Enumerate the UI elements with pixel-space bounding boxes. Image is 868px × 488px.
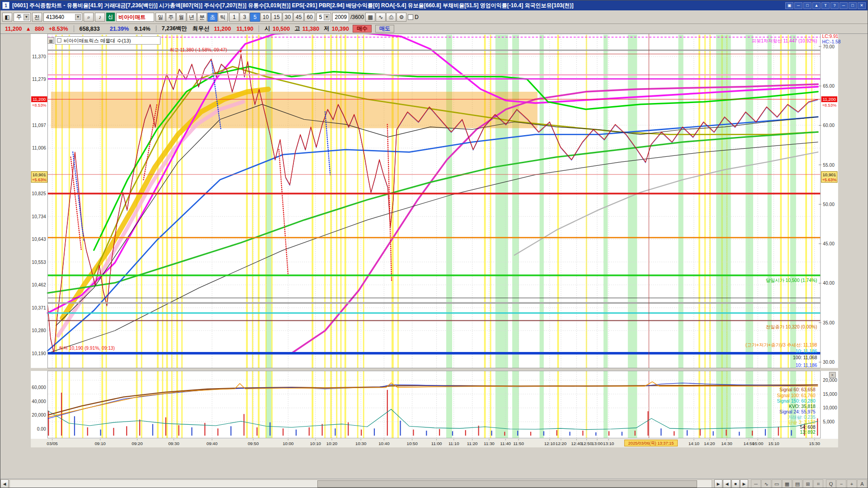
navbtns-▶[interactable]: ▶ bbox=[740, 479, 748, 488]
toolbtns-⌗[interactable]: ⌗ bbox=[813, 479, 823, 488]
chart-canvas[interactable]: 11,37011,27911,09711,00610,82510,73410,6… bbox=[0, 34, 868, 479]
volume-stripe-yellow bbox=[698, 35, 700, 438]
interval-combo-value: 5 bbox=[319, 14, 322, 20]
zoombtns-+[interactable]: + bbox=[847, 479, 857, 488]
intervals-60[interactable]: 60 bbox=[304, 13, 315, 22]
win-controls-T[interactable]: T bbox=[821, 2, 830, 9]
volume-bar bbox=[660, 428, 661, 436]
periods-분[interactable]: 분 bbox=[197, 13, 207, 22]
volume-bar bbox=[231, 426, 231, 436]
prev-day-button[interactable]: 전 bbox=[32, 13, 42, 22]
volume-bar bbox=[557, 430, 557, 436]
d-checkbox-label: D bbox=[415, 14, 419, 20]
navbtns-◀[interactable]: ◀ bbox=[723, 479, 731, 488]
volume-bar bbox=[517, 431, 518, 436]
win-controls-▲[interactable]: ▲ bbox=[812, 2, 821, 9]
navbtns-▶[interactable]: ▶ bbox=[714, 479, 722, 488]
chevron-down-icon[interactable]: ▼ bbox=[324, 14, 330, 20]
interval-combo[interactable]: 5▼ bbox=[316, 13, 331, 22]
volume-bar bbox=[113, 428, 114, 436]
periods-틱[interactable]: 틱 bbox=[218, 13, 228, 22]
ricons-▦[interactable]: ▦ bbox=[365, 13, 375, 22]
win-controls-✕[interactable]: ✕ bbox=[858, 2, 866, 9]
win-controls-□[interactable]: □ bbox=[849, 2, 857, 9]
intervals-30[interactable]: 30 bbox=[283, 13, 293, 22]
volume-bar bbox=[191, 427, 192, 436]
ricons-⚙[interactable]: ⚙ bbox=[396, 13, 406, 22]
time-axis-label: 11:50 bbox=[513, 441, 524, 446]
y-axis-tick: 10,190 bbox=[32, 351, 46, 356]
chevron-down-icon[interactable]: ▼ bbox=[75, 14, 81, 20]
hc-label: HC:-1.58 bbox=[822, 39, 841, 44]
toolbtns-─[interactable]: ─ bbox=[751, 479, 761, 488]
volume-bar bbox=[152, 424, 153, 436]
zoombtns-−[interactable]: − bbox=[836, 479, 846, 488]
intervals-10[interactable]: 10 bbox=[260, 13, 271, 22]
time-axis-label: 14:30 bbox=[721, 441, 732, 446]
chart-nav-buttons: ▶◀■▶ bbox=[714, 479, 748, 488]
chart-annotation: 피봇1차저항선 11,447 (10.92%) bbox=[752, 38, 817, 43]
time-axis-label: 09:40 bbox=[207, 441, 218, 446]
periods-년[interactable]: 년 bbox=[187, 13, 197, 22]
y-axis-tick: 10,643 bbox=[32, 237, 46, 242]
ricons-⎙[interactable]: ⎙ bbox=[386, 13, 396, 22]
sub-indicator-label: 54: 608 bbox=[800, 425, 816, 430]
toolbtns-▦[interactable]: ▦ bbox=[782, 479, 792, 488]
avg-price-value: 10,901 bbox=[33, 172, 46, 177]
periods-일[interactable]: 일 bbox=[156, 13, 165, 22]
volume-profile-band bbox=[51, 92, 538, 128]
toolbtns-▭[interactable]: ▭ bbox=[772, 479, 782, 488]
scrollbar-track[interactable] bbox=[9, 479, 712, 488]
volume: 658,833 bbox=[80, 26, 100, 32]
sub-left-tick: 40,000 bbox=[32, 399, 46, 404]
search-icon[interactable]: ⌕ bbox=[84, 13, 94, 22]
periods-주[interactable]: 주 bbox=[166, 13, 176, 22]
volume-bar bbox=[348, 422, 349, 436]
toolbtns-▤[interactable]: ▤ bbox=[793, 479, 802, 488]
chart-tool-icons: ─∿▭▦▤⊞⌗ bbox=[751, 479, 823, 488]
y-axis-tick: 11,097 bbox=[32, 123, 46, 128]
d-checkbox[interactable] bbox=[408, 14, 413, 20]
win-controls-▣[interactable]: ▣ bbox=[785, 2, 793, 9]
toolbtns-∿[interactable]: ∿ bbox=[761, 479, 771, 488]
volume-bar bbox=[374, 428, 375, 436]
win-controls-─[interactable]: ─ bbox=[794, 2, 802, 9]
win-controls-□[interactable]: □ bbox=[803, 2, 811, 9]
zoombtns-Q[interactable]: Q bbox=[826, 479, 836, 488]
pane-divider[interactable] bbox=[31, 368, 838, 371]
volume-bar bbox=[778, 427, 779, 436]
intervals-5[interactable]: 5 bbox=[250, 13, 260, 22]
chevron-down-icon[interactable]: ▼ bbox=[24, 14, 29, 20]
bar-count-field[interactable]: 2009 bbox=[332, 13, 349, 22]
win-controls-?[interactable]: ? bbox=[830, 2, 839, 9]
right-axis-tick: 45.00 bbox=[823, 241, 835, 246]
intervals-1[interactable]: 1 bbox=[229, 13, 239, 22]
volume-bar bbox=[530, 432, 531, 436]
zoombtns-A[interactable]: A bbox=[857, 479, 867, 488]
sound-icon[interactable]: ♪ bbox=[95, 13, 105, 22]
stock-type-combo[interactable]: 주▼ bbox=[14, 13, 31, 22]
periods-초[interactable]: 초 bbox=[208, 13, 217, 22]
win-controls-─[interactable]: ─ bbox=[840, 2, 848, 9]
navbtns-■[interactable]: ■ bbox=[731, 479, 740, 488]
buy-button[interactable]: 매수 bbox=[353, 25, 372, 33]
intervals-3[interactable]: 3 bbox=[240, 13, 250, 22]
stock-code-input[interactable]: 413640▼ bbox=[43, 13, 82, 22]
intervals-45[interactable]: 45 bbox=[293, 13, 304, 22]
y-axis-tick: 10,462 bbox=[32, 282, 46, 287]
ricons-∿[interactable]: ∿ bbox=[376, 13, 386, 22]
toolbtns-⊞[interactable]: ⊞ bbox=[803, 479, 813, 488]
sell-button[interactable]: 매도 bbox=[375, 25, 394, 33]
time-axis-label: 15:10 bbox=[768, 441, 779, 446]
volume-bar bbox=[439, 429, 440, 436]
volume-bar bbox=[465, 430, 466, 436]
dock-icon[interactable]: ◧ bbox=[2, 13, 12, 22]
scrollbar-thumb[interactable] bbox=[317, 480, 697, 488]
time-axis-label: 11:20 bbox=[467, 441, 478, 446]
scroll-left-button[interactable]: ◀ bbox=[0, 479, 9, 488]
periods-월[interactable]: 월 bbox=[176, 13, 186, 22]
chart-title-checkbox[interactable] bbox=[57, 38, 61, 42]
intervals-15[interactable]: 15 bbox=[271, 13, 282, 22]
y-axis-tick: 11,006 bbox=[32, 145, 46, 150]
chart-annotation: 당일시가 10,500 (1.74%) bbox=[766, 278, 817, 283]
